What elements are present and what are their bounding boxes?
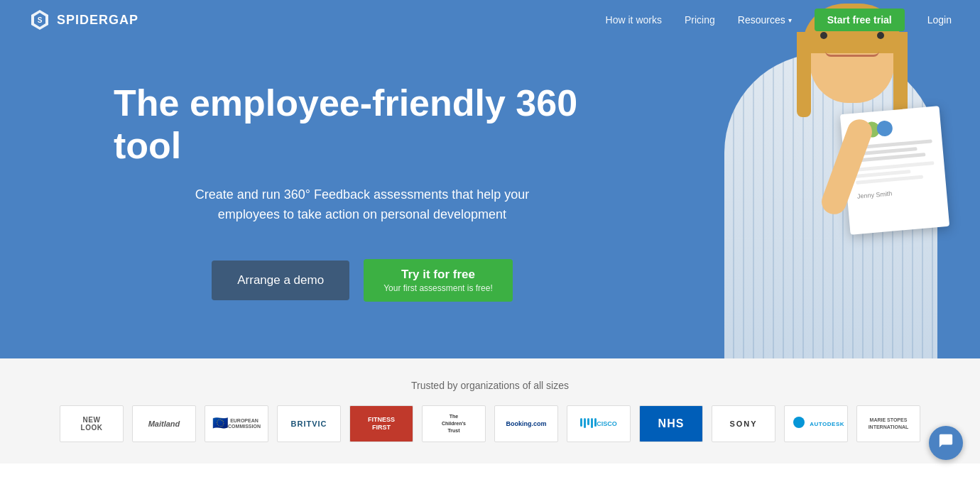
chevron-down-icon: ▾ [788, 16, 792, 24]
logo-maitland: Maitland [132, 405, 196, 442]
hero-image: Jenny Smith [639, 0, 980, 358]
hero-section: The employee-friendly 360 tool Create an… [0, 0, 980, 358]
chat-icon [938, 433, 954, 453]
teaser-section: Clearer feedback reports [0, 464, 980, 477]
nav-links: How it works Pricing Resources ▾ Start f… [606, 9, 952, 31]
try-free-label: Try it for free [383, 268, 493, 282]
hero-title: The employee-friendly 360 tool [114, 82, 611, 168]
chat-button[interactable] [929, 426, 963, 460]
logo-fitness-first: FITNESSFIRST [349, 405, 413, 442]
hero-content: The employee-friendly 360 tool Create an… [114, 40, 611, 358]
logo-nhs: NHS [639, 405, 703, 442]
trust-section: Trusted by organizations of all sizes NE… [0, 358, 980, 464]
logo-european-commission: 🇪🇺 EUROPEANCOMMISSION [205, 405, 268, 442]
hero-content-inner: The employee-friendly 360 tool Create an… [114, 82, 611, 302]
nav-how-it-works[interactable]: How it works [606, 14, 662, 26]
hero-buttons: Arrange a demo Try it for free Your firs… [212, 259, 513, 302]
nav-pricing[interactable]: Pricing [685, 14, 715, 26]
logo-britvic: BRITVIC [277, 405, 341, 442]
svg-text:S: S [38, 16, 43, 24]
navbar: S Spidergap How it works Pricing Resourc… [0, 0, 980, 40]
logo-autodesk: AUTODESK [784, 405, 848, 442]
start-trial-button[interactable]: Start free trial [815, 9, 905, 31]
logo-childrens-trust: TheChildren'sTrust [422, 405, 486, 442]
logo-cisco: CISCO [567, 405, 631, 442]
login-button[interactable]: Login [927, 14, 952, 26]
logo-new-look: NEWLOOK [60, 405, 124, 442]
hero-subtitle: Create and run 360° Feedback assessments… [170, 185, 554, 226]
logo-booking: Booking.com [494, 405, 558, 442]
logo-icon: S [28, 9, 51, 31]
try-free-sublabel: Your first assessment is free! [383, 283, 493, 293]
try-free-button[interactable]: Try it for free Your first assessment is… [364, 259, 513, 302]
nav-resources[interactable]: Resources ▾ [738, 14, 792, 26]
logo-marie-stopes: MARIE STOPESINTERNATIONAL [856, 405, 920, 442]
trust-label: Trusted by organizations of all sizes [28, 380, 952, 391]
brand-logo[interactable]: S Spidergap [28, 9, 138, 31]
brand-name: Spidergap [57, 13, 138, 28]
logo-sony: SONY [712, 405, 775, 442]
arrange-demo-button[interactable]: Arrange a demo [212, 261, 349, 300]
logos-row: NEWLOOK Maitland 🇪🇺 EUROPEANCOMMISSION B… [28, 405, 952, 442]
nav-resources-label: Resources [738, 14, 785, 26]
